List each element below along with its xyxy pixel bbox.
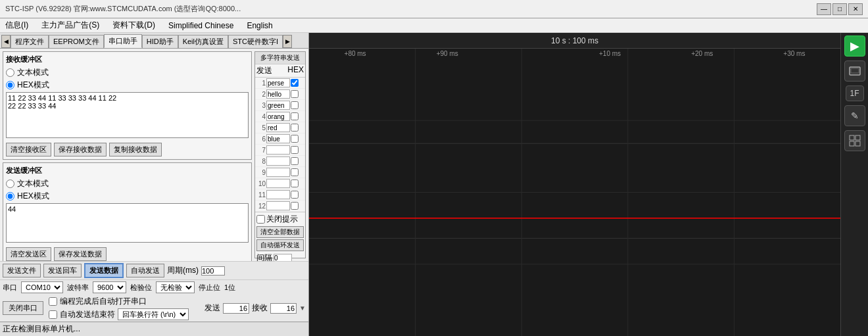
- multi-item-hex-checkbox[interactable]: [291, 146, 299, 154]
- multi-item-input[interactable]: [266, 201, 290, 210]
- multi-item-hex-checkbox[interactable]: [291, 101, 299, 109]
- auto-open-checkbox[interactable]: [49, 297, 57, 306]
- multi-item-input[interactable]: [266, 156, 290, 166]
- multi-item-num: 12: [256, 203, 266, 210]
- play-button[interactable]: ▶: [844, 36, 865, 57]
- scope-svg: [309, 49, 840, 336]
- multi-item: 8: [255, 156, 305, 167]
- send-text-label: 文本模式: [17, 178, 49, 189]
- tab-program-file[interactable]: 程序文件: [11, 35, 49, 48]
- maximize-button[interactable]: □: [832, 3, 847, 15]
- tab-serial-helper[interactable]: 串口助手: [104, 34, 142, 48]
- multi-item-input[interactable]: [266, 89, 290, 99]
- recv-count-input[interactable]: [270, 303, 297, 314]
- multi-item-input[interactable]: [266, 112, 290, 121]
- menu-products[interactable]: 主力产品广告(S): [39, 18, 102, 32]
- multi-item-hex-checkbox[interactable]: [291, 135, 299, 143]
- multi-item-hex-checkbox[interactable]: [291, 157, 299, 165]
- menu-simplified-chinese[interactable]: Simplified Chinese: [166, 20, 236, 32]
- multi-item-input[interactable]: [266, 101, 290, 110]
- receive-textarea[interactable]: [6, 92, 249, 138]
- copy-receive-button[interactable]: 复制接收数据: [109, 143, 162, 156]
- menu-download[interactable]: 资料下载(D): [110, 18, 158, 32]
- interval-input[interactable]: [274, 254, 292, 261]
- tab-prev-button[interactable]: ◀: [1, 35, 11, 48]
- pen-button[interactable]: ✎: [844, 105, 865, 126]
- close-hint-checkbox[interactable]: [256, 215, 265, 224]
- clear-all-button[interactable]: 清空全部数据: [256, 226, 304, 238]
- multi-item-input[interactable]: [266, 123, 290, 132]
- save-receive-button[interactable]: 保存接收数据: [54, 143, 107, 156]
- multi-item-num: 3: [256, 102, 266, 109]
- send-file-button[interactable]: 发送文件: [3, 264, 41, 277]
- menu-english[interactable]: English: [244, 20, 275, 32]
- tab-stc-hardware[interactable]: STC硬件数字I: [228, 35, 283, 48]
- multi-item-hex-checkbox[interactable]: [291, 202, 299, 210]
- multi-string-panel: 多字符串发送 发送 HEX 123456789101112 关闭提示 清空全部数…: [254, 51, 306, 258]
- minimize-button[interactable]: —: [817, 3, 831, 15]
- grid-button[interactable]: [844, 130, 865, 151]
- menu-bar: 信息(I) 主力产品广告(S) 资料下载(D) Simplified Chine…: [0, 18, 868, 33]
- open-port-button[interactable]: 关闭串口: [3, 301, 43, 315]
- multi-item-hex-checkbox[interactable]: [291, 180, 299, 187]
- multi-item: 3: [255, 100, 305, 111]
- close-button[interactable]: ✕: [848, 3, 863, 15]
- send-count-input[interactable]: [223, 303, 249, 314]
- menu-info[interactable]: 信息(I): [3, 18, 31, 32]
- save-send-button[interactable]: 保存发送数据: [54, 247, 107, 261]
- multi-item-input[interactable]: [266, 134, 290, 143]
- multi-item-input[interactable]: [266, 145, 290, 155]
- multi-item-hex-checkbox[interactable]: [291, 90, 299, 98]
- send-textarea[interactable]: [6, 203, 249, 243]
- tab-hid[interactable]: HID助手: [142, 35, 178, 48]
- auto-send-checkbox[interactable]: [49, 310, 57, 319]
- clear-send-button[interactable]: 清空发送区: [6, 247, 51, 261]
- multi-item-num: 5: [256, 124, 266, 132]
- scroll-indicator[interactable]: ▼: [299, 304, 306, 312]
- tab-keil[interactable]: Keil仿真设置: [178, 35, 228, 48]
- hex-button[interactable]: 1F: [846, 85, 864, 101]
- multi-item-hex-checkbox[interactable]: [291, 168, 299, 176]
- multi-item-input[interactable]: [266, 78, 290, 87]
- interval-row: 间隔: [256, 252, 304, 261]
- multi-item-hex-checkbox[interactable]: [291, 191, 299, 199]
- multi-string-title: 多字符串发送: [255, 52, 305, 64]
- multi-bottom: 关闭提示 清空全部数据 自动循环发送 间隔: [255, 212, 305, 261]
- port-bar: 串口 COM10 波特率 9600 检验位 无检验 停止位 1位: [0, 279, 308, 295]
- svg-rect-14: [856, 141, 860, 146]
- multi-item-input[interactable]: [266, 190, 290, 199]
- send-text-mode-row: 文本模式: [6, 178, 249, 189]
- multi-item-hex-checkbox[interactable]: [291, 79, 299, 87]
- multi-item-num: 10: [256, 180, 266, 187]
- baud-select[interactable]: 9600: [93, 281, 126, 293]
- port-select[interactable]: COM10: [21, 281, 63, 293]
- multi-item: 7: [255, 145, 305, 156]
- send-buffer-group: 发送缓冲区 文本模式 HEX模式 清空发送区 保存发送数据: [3, 162, 252, 261]
- recv-count-label: 接收: [252, 302, 268, 314]
- send-text-radio[interactable]: [6, 180, 14, 188]
- recv-text-radio[interactable]: [6, 68, 14, 77]
- multi-item-hex-checkbox[interactable]: [291, 124, 299, 132]
- parity-label: 检验位: [130, 283, 152, 293]
- period-input[interactable]: [201, 266, 225, 276]
- send-data-button[interactable]: 发送数据: [84, 263, 124, 278]
- parity-select[interactable]: 无检验: [156, 281, 195, 293]
- send-enter-button[interactable]: 发送回车: [43, 264, 82, 277]
- multi-item: 5: [255, 122, 305, 133]
- send-hex-mode-row: HEX模式: [6, 191, 249, 202]
- multi-item: 12: [255, 201, 305, 212]
- tab-next-button[interactable]: ▶: [283, 35, 292, 48]
- multi-item-input[interactable]: [266, 168, 290, 177]
- send-hex-radio[interactable]: [6, 192, 14, 201]
- auto-loop-button[interactable]: 自动循环发送: [256, 239, 304, 251]
- multi-send-col: 发送: [256, 65, 272, 76]
- send-buffer-title: 发送缓冲区: [6, 166, 249, 176]
- multi-item-hex-checkbox[interactable]: [291, 112, 299, 120]
- recv-hex-radio[interactable]: [6, 81, 14, 89]
- tab-eeprom[interactable]: EEPROM文件: [49, 35, 104, 48]
- multi-item-input[interactable]: [266, 179, 290, 188]
- auto-send-button[interactable]: 自动发送: [126, 264, 164, 277]
- end-char-select[interactable]: 回车换行符 (\r\n): [118, 308, 189, 320]
- clear-receive-button[interactable]: 清空接收区: [6, 143, 51, 156]
- screen-button[interactable]: [844, 60, 865, 82]
